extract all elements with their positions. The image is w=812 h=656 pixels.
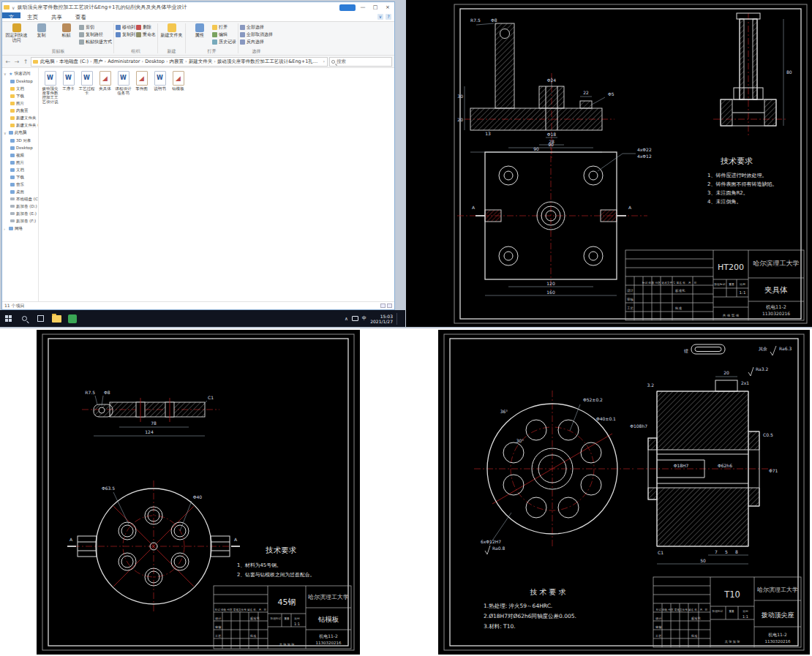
svg-text:120: 120 [546,281,555,286]
sidebar-section-this-pc[interactable]: ∨此电脑 [2,129,38,137]
pin-to-quick-access-button[interactable]: 固定到快速访问 [4,23,29,42]
up-button[interactable]: ↑ [22,59,29,65]
sidebar-item-desktop2[interactable]: 桌面 [2,188,38,195]
new-folder-icon [168,23,176,32]
history-button[interactable]: 历史记录 [212,39,236,45]
sidebar-item-music[interactable]: 音乐 [2,181,38,188]
file-item[interactable]: W拨动顶尖座零件数控加工工艺设计说明书 [41,71,59,104]
sidebar-item-videos[interactable]: 视频 [2,151,38,159]
open-button[interactable]: 打开 [212,24,236,31]
rename-button[interactable]: 重命名 [136,31,156,38]
cut-button[interactable]: 剪切 [79,24,112,31]
sidebar-item-newfolder2[interactable]: 新建文件夹 (2) [2,121,38,129]
select-none-button[interactable]: 全部取消选择 [240,31,273,38]
sidebar-item-c-drive[interactable]: 本地磁盘 (C:) [2,195,38,203]
taskbar-clock[interactable]: 15:032021/1/27 [370,314,393,324]
taskbar-explorer-button[interactable] [48,310,64,327]
sidebar-item-pc-desktop[interactable]: Desktop [2,144,38,151]
breadcrumb-c-drive[interactable]: 本地磁盘 (C:) [59,59,89,65]
breadcrumb-folder2[interactable]: 新建文件夹 [188,59,214,65]
breadcrumb-current[interactable]: 拨动顶尖座零件数控加工工艺设计&Eng+1孔的钻削夹具及夹具体毕业设计 [217,59,323,65]
list-view-icon[interactable] [380,304,386,308]
select-all-button[interactable]: 全部选择 [240,24,273,31]
svg-text:Φ8: Φ8 [104,390,110,395]
breadcrumb-admin[interactable]: Administrator [107,59,140,64]
sidebar-section-network[interactable]: ›网络 [2,225,38,233]
svg-text:机电11-2: 机电11-2 [766,304,786,310]
tab-home[interactable]: 主页 [20,12,45,21]
sidebar-item-documents[interactable]: 文档 [2,85,38,92]
notification-icon[interactable] [352,316,358,321]
properties-button[interactable]: 属性 [187,23,211,38]
task-view-button[interactable] [32,310,48,327]
svg-text:22: 22 [583,90,589,95]
sidebar-item-pc-pictures[interactable]: 图片 [2,159,38,166]
invert-selection-button[interactable]: 反向选择 [240,39,273,45]
file-item[interactable]: W说明书 [151,71,169,104]
svg-text:Φ24: Φ24 [547,78,557,83]
sidebar-item-3d-objects[interactable]: 3D 对象 [2,137,38,144]
new-folder-button[interactable]: 新建文件夹 [159,23,184,38]
svg-text:1130320216: 1130320216 [765,639,791,644]
tabs-right-tools: ∨ ? [377,12,394,21]
sidebar-item-downloads[interactable]: 下载 [2,92,38,99]
svg-text:设计: 设计 [655,617,662,620]
file-item[interactable]: ◢夹具体 [96,71,114,104]
copy-to-button[interactable]: 复制到 [116,31,135,38]
search-input[interactable] [337,59,396,64]
sidebar-item-pictures[interactable]: 图片 [2,99,38,107]
sidebar-item-e-drive[interactable]: 新加卷 (E:) [2,210,38,217]
maximize-button[interactable]: □ [370,4,380,10]
sidebar-item-pc-documents[interactable]: 文档 [2,166,38,173]
breadcrumb-desktop[interactable]: Desktop [144,59,165,64]
paste-shortcut-button[interactable]: 粘贴快捷方式 [79,39,112,45]
titlebar-badge[interactable] [339,4,356,11]
delete-button[interactable]: 删除 [136,24,156,31]
tray-expand-icon[interactable]: ∧ [345,316,348,322]
paste-icon [62,23,71,32]
breadcrumb-users[interactable]: 用户 [93,59,104,65]
show-desktop-button[interactable] [401,310,403,327]
quick-toolbar-chevron-icon[interactable]: ∨ [12,5,15,10]
sidebar-item-f-drive[interactable]: 新加卷 (F:) [2,217,38,225]
sidebar-item-d-drive[interactable]: 新加卷 (D:) [2,203,38,210]
minimize-button[interactable]: — [358,4,368,10]
copy-button[interactable]: 复制 [29,23,53,38]
sidebar-item-newfolder[interactable]: 新建文件夹 [2,114,38,121]
file-item[interactable]: W工序卡 [59,71,78,104]
tab-file[interactable]: 文件 [2,12,20,18]
taskbar-search-button[interactable] [16,310,32,327]
sidebar-item-folder1[interactable]: 内襄置 [2,107,38,114]
copy-path-button[interactable]: 复制路径 [79,31,112,38]
file-item[interactable]: ◢零件图 [132,71,151,104]
file-item[interactable]: W工艺过程卡 [78,71,96,104]
3d-objects-icon [10,139,15,143]
sidebar-item-pc-downloads[interactable]: 下载 [2,173,38,181]
breadcrumb[interactable]: 此电脑› 本地磁盘 (C:)› 用户› Administrator› Deskt… [31,57,328,67]
file-item[interactable]: ◢钻模板 [169,71,187,104]
breadcrumb-folder1[interactable]: 内襄置 [169,59,185,65]
file-item[interactable]: W课程设计任务书 [114,71,132,104]
svg-text:Φ63.5: Φ63.5 [102,486,115,491]
thumb-view-icon[interactable] [387,304,392,308]
svg-text:C0.5: C0.5 [763,432,773,437]
ime-indicator[interactable]: 中 [362,315,367,322]
edit-button[interactable]: 编辑 [212,31,236,38]
svg-text:审核: 审核 [655,625,662,629]
back-button[interactable]: ← [4,59,12,65]
minimize-ribbon-icon[interactable]: ∨ [377,14,383,20]
sidebar-item-desktop[interactable]: Desktop [2,78,38,85]
tab-view[interactable]: 查看 [69,12,93,21]
sidebar-section-quick-access[interactable]: ∨★快速访问 [2,69,38,78]
tab-share[interactable]: 共享 [45,12,69,21]
breadcrumb-this-pc[interactable]: 此电脑 [40,59,56,65]
forward-button[interactable]: → [13,59,20,65]
help-icon[interactable]: ? [386,14,391,20]
paste-button[interactable]: 粘贴 [54,23,78,38]
drive-icon [10,197,15,200]
close-button[interactable]: × [383,4,393,10]
taskbar-app-button[interactable] [64,310,80,327]
svg-text:30: 30 [457,94,463,99]
move-to-button[interactable]: 移动到 [116,24,135,31]
start-button[interactable] [0,310,16,327]
